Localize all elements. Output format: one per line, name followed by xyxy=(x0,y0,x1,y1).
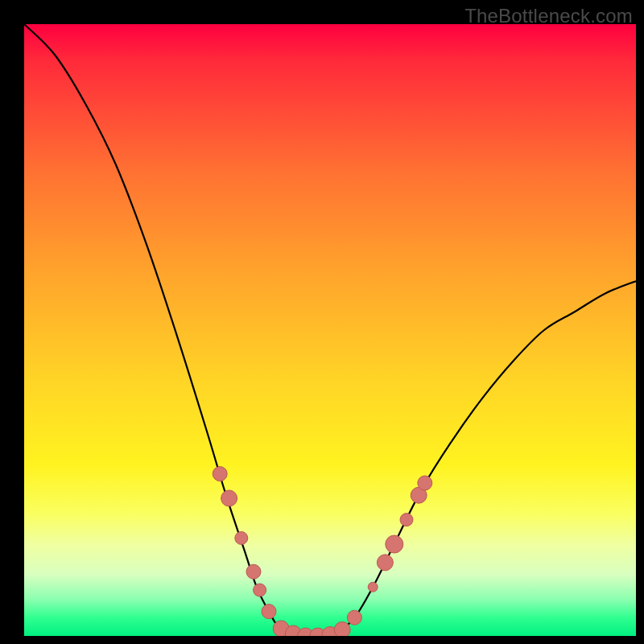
data-marker xyxy=(377,555,393,571)
data-marker xyxy=(262,605,276,619)
bottleneck-curve-svg xyxy=(24,24,636,636)
data-marker xyxy=(334,621,350,636)
data-marker xyxy=(368,582,378,592)
plot-area xyxy=(24,24,636,636)
watermark-text: TheBottleneck.com xyxy=(464,5,633,27)
data-marker xyxy=(400,514,413,526)
data-marker xyxy=(254,584,266,597)
data-marker xyxy=(213,467,227,481)
data-marker xyxy=(347,610,361,625)
chart-frame: TheBottleneck.com xyxy=(0,0,644,644)
data-marker xyxy=(235,531,248,544)
data-marker xyxy=(418,476,432,490)
data-marker xyxy=(386,535,403,553)
data-marker xyxy=(221,490,237,506)
bottleneck-curve xyxy=(24,24,636,636)
data-marker xyxy=(246,564,261,579)
